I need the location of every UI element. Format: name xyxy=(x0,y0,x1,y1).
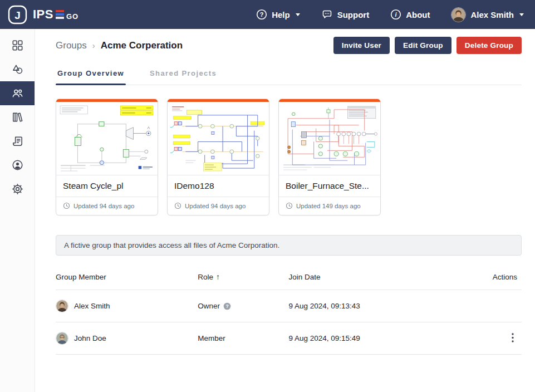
caret-down-icon xyxy=(519,13,524,16)
breadcrumb-groups-link[interactable]: Groups xyxy=(56,40,87,51)
card-updated-text: Updated 94 days ago xyxy=(73,203,134,209)
svg-text:?: ? xyxy=(260,11,264,18)
column-group-member: Group Member xyxy=(56,261,198,290)
group-description: A fictive group that provides access all… xyxy=(56,235,522,256)
app-logo[interactable]: J IPS GO xyxy=(8,5,78,24)
card-thumbnail xyxy=(168,102,269,175)
card-thumbnail xyxy=(56,102,158,175)
brand-e-bars-icon xyxy=(56,10,64,18)
info-circle-icon: i xyxy=(390,9,401,20)
clock-icon xyxy=(63,202,70,209)
row-actions-menu-button[interactable] xyxy=(508,331,517,346)
sidebar-item-library[interactable] xyxy=(0,105,35,129)
tabs: Group Overview Shared Projects xyxy=(56,69,522,85)
user-menu[interactable]: Alex Smith xyxy=(451,7,524,22)
avatar xyxy=(56,300,68,312)
main-content: Groups › Acme Corperation Invite User Ed… xyxy=(35,29,535,392)
help-label: Help xyxy=(272,10,290,19)
column-actions: Actions xyxy=(451,261,522,290)
boiler-furnace-diagram-thumbnail xyxy=(280,103,379,174)
svg-text:i: i xyxy=(395,11,397,18)
svg-text:J: J xyxy=(14,9,21,21)
sidebar-item-account[interactable] xyxy=(0,153,35,177)
column-role[interactable]: Role↑ xyxy=(198,261,288,290)
project-card-idemo128[interactable]: IDemo128 Updated 94 days ago xyxy=(167,99,269,215)
kebab-menu-icon xyxy=(512,333,514,342)
column-join-date: Join Date xyxy=(288,261,451,290)
sidebar-item-reports[interactable] xyxy=(0,129,35,153)
member-row: John Doe Member 9 Aug 2024, 09:15:49 xyxy=(56,322,522,355)
dashboard-grid-icon xyxy=(11,39,24,52)
card-updated-text: Updated 94 days ago xyxy=(185,203,246,209)
card-updated-text: Updated 149 days ago xyxy=(296,203,361,209)
clock-icon xyxy=(174,202,181,209)
clock-icon xyxy=(286,202,293,209)
project-card-boiler-furnace[interactable]: Boiler_Furnace_Ste... Updated 149 days a… xyxy=(278,99,381,215)
about-link[interactable]: i About xyxy=(390,9,430,20)
idemo128-diagram-thumbnail xyxy=(169,103,268,174)
chat-bubble-icon xyxy=(321,9,333,21)
card-title: Boiler_Furnace_Ste... xyxy=(279,175,380,197)
sort-ascending-icon: ↑ xyxy=(216,272,220,281)
member-join-date: 9 Aug 2024, 09:15:49 xyxy=(288,322,451,355)
brand-wordmark: IPS GO xyxy=(33,8,78,21)
sidebar-item-components[interactable] xyxy=(0,57,35,81)
member-name: Alex Smith xyxy=(74,302,110,310)
members-table: Group Member Role↑ Join Date Actions xyxy=(56,261,522,355)
sidebar-item-settings[interactable] xyxy=(0,177,35,201)
brand-squircle-icon: J xyxy=(8,5,27,24)
role-help-icon[interactable]: ? xyxy=(223,302,231,310)
card-title: IDemo128 xyxy=(168,175,269,197)
avatar xyxy=(451,7,466,22)
breadcrumb-separator-icon: › xyxy=(92,41,95,50)
table-header-row: Group Member Role↑ Join Date Actions xyxy=(56,261,522,290)
member-name: John Doe xyxy=(74,334,106,342)
card-updated: Updated 94 days ago xyxy=(56,197,158,215)
help-circle-icon: ? xyxy=(256,9,267,20)
member-role: Member xyxy=(198,334,225,342)
tab-group-overview[interactable]: Group Overview xyxy=(56,69,126,85)
avatar xyxy=(56,332,68,345)
card-updated: Updated 94 days ago xyxy=(168,197,269,215)
navbar-menu: ? Help Support i About xyxy=(256,7,524,22)
delete-group-button[interactable]: Delete Group xyxy=(457,37,522,54)
breadcrumb: Groups › Acme Corperation xyxy=(56,40,183,51)
invite-user-button[interactable]: Invite User xyxy=(333,37,390,54)
member-row: Alex Smith Owner ? 9 Aug 2024, 09:13:43 xyxy=(56,290,522,322)
reports-icon xyxy=(11,135,24,148)
edit-group-button[interactable]: Edit Group xyxy=(395,37,451,54)
settings-icon xyxy=(11,183,24,195)
about-label: About xyxy=(406,10,430,19)
svg-text:?: ? xyxy=(225,303,228,309)
steam-cycle-diagram-thumbnail xyxy=(57,103,156,174)
caret-down-icon xyxy=(296,13,300,16)
member-role: Owner xyxy=(198,302,220,310)
column-role-label: Role xyxy=(198,273,213,281)
support-link[interactable]: Support xyxy=(321,9,370,21)
help-menu[interactable]: ? Help xyxy=(256,9,300,20)
sidebar-item-groups[interactable] xyxy=(0,81,35,105)
group-actions: Invite User Edit Group Delete Group xyxy=(333,37,522,54)
groups-icon xyxy=(11,87,24,100)
member-join-date: 9 Aug 2024, 09:13:43 xyxy=(288,290,451,322)
support-label: Support xyxy=(337,10,370,19)
project-cards: Steam Cycle_pl Updated 94 days ago xyxy=(56,99,522,215)
user-name: Alex Smith xyxy=(470,10,514,19)
card-updated: Updated 149 days ago xyxy=(279,197,380,215)
brand-go-text: GO xyxy=(66,12,78,21)
card-thumbnail xyxy=(279,102,380,175)
tab-shared-projects[interactable]: Shared Projects xyxy=(148,69,218,85)
page-title: Acme Corperation xyxy=(101,40,183,51)
sidebar xyxy=(0,29,35,392)
library-icon xyxy=(11,111,24,124)
sidebar-item-dashboard[interactable] xyxy=(0,33,35,57)
account-icon xyxy=(11,159,24,171)
top-navbar: J IPS GO ? Help Support xyxy=(0,0,535,29)
brand-ips-text: IPS xyxy=(33,8,53,21)
shapes-icon xyxy=(11,63,24,76)
card-title: Steam Cycle_pl xyxy=(56,175,158,197)
project-card-steam-cycle[interactable]: Steam Cycle_pl Updated 94 days ago xyxy=(56,99,158,215)
